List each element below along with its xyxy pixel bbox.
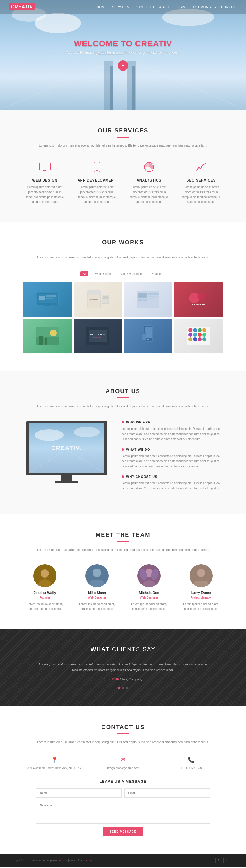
svg-point-63 xyxy=(193,333,197,337)
nav-links: Home Services Portfolio About Team Testi… xyxy=(97,5,237,9)
contact-form-title: LEAVE US A MESSAGE xyxy=(23,779,223,784)
svg-point-79 xyxy=(92,568,101,577)
work-item-5[interactable] xyxy=(23,318,72,353)
location-icon: 📍 xyxy=(23,756,86,763)
contact-title: CONTACT US xyxy=(23,724,223,731)
filter-branding[interactable]: Branding xyxy=(149,271,166,276)
nav-link-services[interactable]: Services xyxy=(112,5,129,9)
svg-text:MOCKUP: MOCKUP xyxy=(90,298,99,300)
nav-logo[interactable]: CREATIV xyxy=(9,3,35,10)
nav-link-about[interactable]: About xyxy=(159,5,171,9)
svg-point-61 xyxy=(202,328,207,332)
svg-point-66 xyxy=(188,337,192,341)
avatar-mike xyxy=(85,564,109,587)
filter-all[interactable]: All xyxy=(80,271,88,276)
nav-link-team[interactable]: Team xyxy=(176,5,186,9)
client-dot-2[interactable] xyxy=(122,687,124,689)
member-desc-larry: Lorem ipsum dolor sit amet, consectetur … xyxy=(180,601,223,611)
about-block-whatwedo: WHAT WE DO Lorem ipsum dolor sit amet, c… xyxy=(121,448,223,469)
contact-name-input[interactable] xyxy=(36,788,121,798)
member-role-mike: Web Designer xyxy=(75,596,119,599)
svg-point-64 xyxy=(198,333,202,337)
works-title: OUR WORKS xyxy=(23,239,223,246)
member-name-jessica: Jessica Wally xyxy=(23,591,66,595)
contact-address: 📍 321 Awesome Street New York, NY 17352 xyxy=(23,756,86,771)
contact-email-input[interactable] xyxy=(125,788,210,798)
contact-address-text: 321 Awesome Street New York, NY 17352 xyxy=(23,766,86,771)
about-divider xyxy=(117,397,129,398)
service-item-appdev: APP DEVELOPMENT Lorem ipsum dolor sit am… xyxy=(75,160,119,204)
svg-point-60 xyxy=(198,328,202,332)
navbar: CREATIV Home Services Portfolio About Te… xyxy=(0,0,246,14)
team-grid: Jessica Wally Founder Lorem ipsum dolor … xyxy=(23,564,223,611)
filter-appdev[interactable]: App Development xyxy=(117,271,145,276)
about-block-title-what: WHAT WE DO xyxy=(121,448,223,451)
work-item-3[interactable] xyxy=(124,282,172,317)
service-item-analytics: ANALYSTICS Lorem ipsum dolor sit amet pl… xyxy=(127,160,171,204)
services-title: OUR SERVICES xyxy=(23,127,223,134)
about-text-what: Lorem ipsum dolor sit amet, consectetur … xyxy=(121,454,223,469)
about-block-whoweare: WHO WE ARE Lorem ipsum dolor sit amet, c… xyxy=(121,421,223,442)
work-item-4[interactable]: BRANDING xyxy=(174,282,223,317)
social-linkedin[interactable]: in xyxy=(231,858,237,863)
hero-scroll-btn[interactable]: ▼ xyxy=(118,60,128,71)
filter-webdesign[interactable]: Web Design xyxy=(92,271,113,276)
svg-rect-32 xyxy=(103,296,108,299)
about-monitor: CREATIV. xyxy=(23,421,110,483)
hero-title: WELCOME TO CREATIV xyxy=(67,39,179,48)
nav-link-home[interactable]: Home xyxy=(97,5,107,9)
avatar-img-michele xyxy=(137,564,161,587)
social-facebook[interactable]: f xyxy=(215,858,221,863)
work-item-1[interactable] xyxy=(23,282,72,317)
services-grid: WEB DESIGN Lorem ipsum dolor sit amet pl… xyxy=(23,160,223,204)
hero-subtitle: We create amazing websites & apps that d… xyxy=(67,51,179,55)
clients-title: WHAT CLIENTS SAY xyxy=(23,646,223,653)
contact-submit-btn[interactable]: SEND MESSAGE xyxy=(103,827,143,836)
svg-point-73 xyxy=(35,429,64,441)
works-section: OUR WORKS Lorem ipsum dolor sit amet, co… xyxy=(0,222,246,371)
member-name-mike: Mike Sloan xyxy=(75,591,119,595)
svg-point-76 xyxy=(41,569,49,578)
services-section: OUR SERVICES Lorem ipsum dolor sit amet … xyxy=(0,110,246,222)
monitor-base xyxy=(55,481,78,483)
work-item-6[interactable]: PROJECT TITLEBranding xyxy=(74,318,122,353)
social-twitter[interactable]: t xyxy=(223,858,229,863)
nav-link-testimonials[interactable]: Testimonials xyxy=(191,5,216,9)
avatar-larry xyxy=(190,564,213,587)
svg-point-18 xyxy=(97,170,98,171)
svg-point-45 xyxy=(50,330,57,336)
avatar-img-jessica xyxy=(33,564,56,587)
about-section: ABOUT US Lorem ipsum dolor sit amet, con… xyxy=(0,371,246,514)
member-desc-jessica: Lorem ipsum dolor sit amet, consectetur … xyxy=(23,601,66,611)
about-block-title-who: WHO WE ARE xyxy=(121,421,223,424)
svg-point-68 xyxy=(198,337,202,341)
svg-point-59 xyxy=(193,328,197,332)
svg-rect-34 xyxy=(138,292,147,298)
works-desc: Lorem ipsum dolor sit amet, consectetur … xyxy=(36,255,210,260)
contact-message-input[interactable] xyxy=(36,801,210,824)
member-desc-michele: Lorem ipsum dolor sit amet, consectetur … xyxy=(127,601,171,611)
svg-rect-38 xyxy=(148,296,159,297)
nav-link-portfolio[interactable]: Portfolio xyxy=(135,5,154,9)
contact-email-text: info@companyname.com xyxy=(92,766,155,771)
services-desc: Lorem ipsum dolor sit amet placerat faci… xyxy=(36,143,210,148)
svg-rect-39 xyxy=(148,298,155,299)
analytics-icon xyxy=(142,160,156,174)
svg-point-74 xyxy=(74,427,100,437)
svg-rect-9 xyxy=(110,66,113,110)
work-item-2[interactable]: MOCKUP xyxy=(74,282,122,317)
client-dot-3[interactable] xyxy=(126,687,128,689)
team-member-mike: Mike Sloan Web Designer Lorem ipsum dolo… xyxy=(75,564,119,611)
clients-section: WHAT CLIENTS SAY Lorem ipsum dolor sit a… xyxy=(0,629,246,707)
svg-rect-10 xyxy=(132,66,135,110)
svg-rect-15 xyxy=(44,170,46,171)
service-desc-analytics: Lorem ipsum dolor sit amet placerat faci… xyxy=(127,185,171,204)
nav-link-contact[interactable]: Contact xyxy=(221,5,237,9)
work-item-7[interactable] xyxy=(124,318,172,353)
client-dots xyxy=(23,687,223,689)
footer: Copyright © 2015 Creativ More Templates.… xyxy=(0,854,246,867)
seo-icon xyxy=(194,160,209,174)
client-dot-1[interactable] xyxy=(118,687,120,689)
work-item-8[interactable] xyxy=(174,318,223,353)
team-desc: Lorem ipsum dolor sit amet, consectetur … xyxy=(36,547,210,553)
